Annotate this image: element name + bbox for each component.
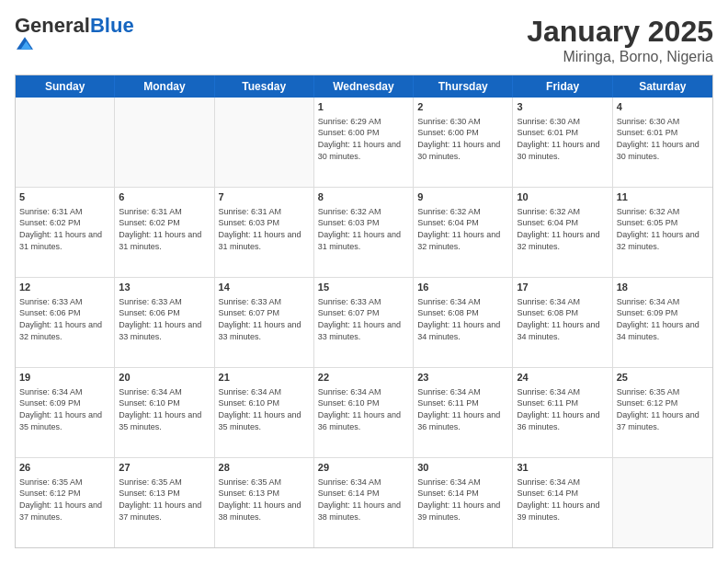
day-number: 20 — [119, 371, 210, 385]
day-number: 22 — [318, 371, 409, 385]
day-info: Sunrise: 6:34 AM Sunset: 6:14 PM Dayligh… — [417, 477, 508, 523]
calendar-day-empty — [613, 458, 712, 547]
day-info: Sunrise: 6:35 AM Sunset: 6:13 PM Dayligh… — [119, 477, 210, 523]
calendar-day-8: 8Sunrise: 6:32 AM Sunset: 6:03 PM Daylig… — [314, 188, 414, 277]
day-info: Sunrise: 6:34 AM Sunset: 6:08 PM Dayligh… — [417, 296, 508, 342]
day-number: 26 — [19, 461, 110, 475]
day-info: Sunrise: 6:33 AM Sunset: 6:06 PM Dayligh… — [119, 296, 210, 342]
day-number: 15 — [318, 281, 409, 294]
day-info: Sunrise: 6:33 AM Sunset: 6:07 PM Dayligh… — [219, 296, 310, 342]
calendar-day-28: 28Sunrise: 6:35 AM Sunset: 6:13 PM Dayli… — [215, 458, 314, 547]
calendar-day-29: 29Sunrise: 6:34 AM Sunset: 6:14 PM Dayli… — [314, 458, 414, 547]
day-number: 9 — [417, 190, 508, 204]
day-header-tuesday: Tuesday — [215, 75, 314, 98]
header: GeneralBlue January 2025 Miringa, Borno,… — [15, 15, 713, 65]
calendar-week-3: 12Sunrise: 6:33 AM Sunset: 6:06 PM Dayli… — [16, 278, 712, 368]
day-info: Sunrise: 6:34 AM Sunset: 6:11 PM Dayligh… — [517, 386, 608, 432]
calendar-day-19: 19Sunrise: 6:34 AM Sunset: 6:09 PM Dayli… — [16, 368, 115, 457]
day-info: Sunrise: 6:35 AM Sunset: 6:12 PM Dayligh… — [19, 477, 110, 523]
calendar-subtitle: Miringa, Borno, Nigeria — [527, 49, 713, 65]
calendar-day-18: 18Sunrise: 6:34 AM Sunset: 6:09 PM Dayli… — [613, 278, 712, 367]
calendar-body: 1Sunrise: 6:29 AM Sunset: 6:00 PM Daylig… — [16, 98, 712, 547]
day-info: Sunrise: 6:31 AM Sunset: 6:02 PM Dayligh… — [19, 206, 110, 252]
day-number: 7 — [219, 190, 310, 204]
calendar-week-1: 1Sunrise: 6:29 AM Sunset: 6:00 PM Daylig… — [16, 98, 712, 188]
day-number: 2 — [417, 100, 508, 114]
day-header-monday: Monday — [115, 75, 214, 98]
calendar-day-15: 15Sunrise: 6:33 AM Sunset: 6:07 PM Dayli… — [314, 278, 414, 367]
day-info: Sunrise: 6:34 AM Sunset: 6:10 PM Dayligh… — [119, 386, 210, 432]
calendar-day-25: 25Sunrise: 6:35 AM Sunset: 6:12 PM Dayli… — [613, 368, 712, 457]
day-number: 23 — [417, 371, 508, 385]
logo-blue: Blue — [90, 14, 134, 37]
day-number: 14 — [219, 281, 310, 294]
day-number: 6 — [119, 190, 210, 204]
calendar-day-23: 23Sunrise: 6:34 AM Sunset: 6:11 PM Dayli… — [414, 368, 513, 457]
calendar-day-11: 11Sunrise: 6:32 AM Sunset: 6:05 PM Dayli… — [613, 188, 712, 277]
logo-icon — [17, 35, 33, 52]
day-header-wednesday: Wednesday — [314, 75, 414, 98]
day-info: Sunrise: 6:30 AM Sunset: 6:01 PM Dayligh… — [517, 116, 608, 162]
day-info: Sunrise: 6:32 AM Sunset: 6:04 PM Dayligh… — [517, 206, 608, 252]
calendar-day-16: 16Sunrise: 6:34 AM Sunset: 6:08 PM Dayli… — [414, 278, 513, 367]
day-number: 16 — [417, 281, 508, 294]
day-info: Sunrise: 6:32 AM Sunset: 6:03 PM Dayligh… — [318, 206, 409, 252]
day-number: 31 — [517, 461, 608, 475]
day-header-friday: Friday — [513, 75, 612, 98]
calendar-day-13: 13Sunrise: 6:33 AM Sunset: 6:06 PM Dayli… — [115, 278, 214, 367]
day-info: Sunrise: 6:30 AM Sunset: 6:01 PM Dayligh… — [617, 116, 709, 162]
day-header-sunday: Sunday — [16, 75, 115, 98]
calendar-day-empty — [215, 98, 314, 187]
calendar-day-21: 21Sunrise: 6:34 AM Sunset: 6:10 PM Dayli… — [215, 368, 314, 457]
calendar-day-22: 22Sunrise: 6:34 AM Sunset: 6:10 PM Dayli… — [314, 368, 414, 457]
title-block: January 2025 Miringa, Borno, Nigeria — [527, 15, 713, 65]
day-info: Sunrise: 6:34 AM Sunset: 6:10 PM Dayligh… — [219, 386, 310, 432]
day-info: Sunrise: 6:34 AM Sunset: 6:08 PM Dayligh… — [517, 296, 608, 342]
day-number: 21 — [219, 371, 310, 385]
day-number: 12 — [19, 281, 110, 294]
day-info: Sunrise: 6:29 AM Sunset: 6:00 PM Dayligh… — [318, 116, 409, 162]
calendar-week-2: 5Sunrise: 6:31 AM Sunset: 6:02 PM Daylig… — [16, 188, 712, 278]
day-info: Sunrise: 6:34 AM Sunset: 6:11 PM Dayligh… — [417, 386, 508, 432]
day-number: 30 — [417, 461, 508, 475]
day-header-thursday: Thursday — [414, 75, 513, 98]
day-info: Sunrise: 6:34 AM Sunset: 6:14 PM Dayligh… — [517, 477, 608, 523]
day-info: Sunrise: 6:34 AM Sunset: 6:14 PM Dayligh… — [318, 477, 409, 523]
day-number: 5 — [19, 190, 110, 204]
day-number: 27 — [119, 461, 210, 475]
day-number: 17 — [517, 281, 608, 294]
day-number: 19 — [19, 371, 110, 385]
logo: GeneralBlue — [15, 15, 134, 57]
calendar-title: January 2025 — [527, 15, 713, 49]
calendar-day-27: 27Sunrise: 6:35 AM Sunset: 6:13 PM Dayli… — [115, 458, 214, 547]
day-number: 18 — [617, 281, 709, 294]
calendar-day-1: 1Sunrise: 6:29 AM Sunset: 6:00 PM Daylig… — [314, 98, 414, 187]
calendar-day-26: 26Sunrise: 6:35 AM Sunset: 6:12 PM Dayli… — [16, 458, 115, 547]
day-info: Sunrise: 6:32 AM Sunset: 6:04 PM Dayligh… — [417, 206, 508, 252]
day-number: 28 — [219, 461, 310, 475]
day-number: 11 — [617, 190, 709, 204]
day-number: 24 — [517, 371, 608, 385]
calendar-day-30: 30Sunrise: 6:34 AM Sunset: 6:14 PM Dayli… — [414, 458, 513, 547]
calendar-header: SundayMondayTuesdayWednesdayThursdayFrid… — [16, 75, 712, 98]
day-number: 29 — [318, 461, 409, 475]
day-number: 10 — [517, 190, 608, 204]
calendar-day-24: 24Sunrise: 6:34 AM Sunset: 6:11 PM Dayli… — [513, 368, 612, 457]
calendar-day-12: 12Sunrise: 6:33 AM Sunset: 6:06 PM Dayli… — [16, 278, 115, 367]
day-info: Sunrise: 6:33 AM Sunset: 6:07 PM Dayligh… — [318, 296, 409, 342]
day-info: Sunrise: 6:31 AM Sunset: 6:02 PM Dayligh… — [119, 206, 210, 252]
day-info: Sunrise: 6:30 AM Sunset: 6:00 PM Dayligh… — [417, 116, 508, 162]
day-info: Sunrise: 6:31 AM Sunset: 6:03 PM Dayligh… — [219, 206, 310, 252]
logo-general: General — [15, 14, 90, 37]
calendar-day-20: 20Sunrise: 6:34 AM Sunset: 6:10 PM Dayli… — [115, 368, 214, 457]
calendar-day-4: 4Sunrise: 6:30 AM Sunset: 6:01 PM Daylig… — [613, 98, 712, 187]
calendar-day-17: 17Sunrise: 6:34 AM Sunset: 6:08 PM Dayli… — [513, 278, 612, 367]
page: GeneralBlue January 2025 Miringa, Borno,… — [0, 0, 728, 563]
day-info: Sunrise: 6:34 AM Sunset: 6:09 PM Dayligh… — [617, 296, 709, 342]
calendar-day-empty — [115, 98, 214, 187]
calendar-week-4: 19Sunrise: 6:34 AM Sunset: 6:09 PM Dayli… — [16, 368, 712, 458]
day-info: Sunrise: 6:35 AM Sunset: 6:12 PM Dayligh… — [617, 386, 709, 432]
day-number: 13 — [119, 281, 210, 294]
day-number: 1 — [318, 100, 409, 114]
day-number: 8 — [318, 190, 409, 204]
